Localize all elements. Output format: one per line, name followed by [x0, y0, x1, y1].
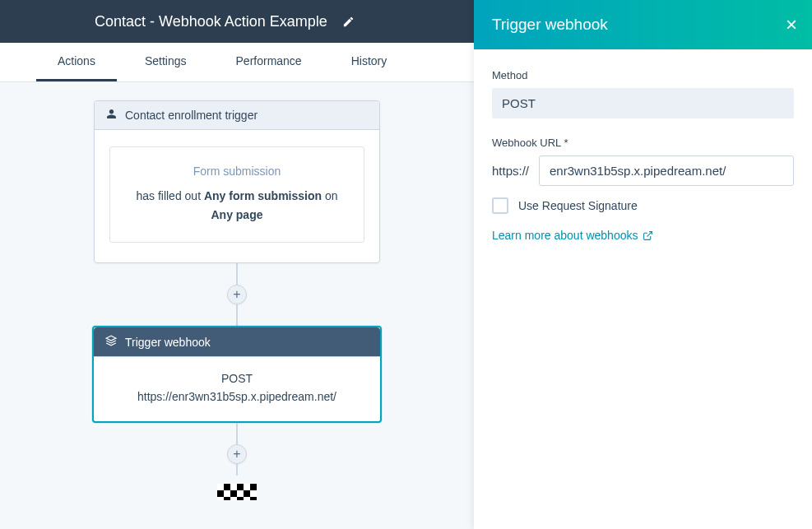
connector-line	[236, 464, 238, 476]
url-prefix: https://	[492, 164, 529, 178]
webhook-card-title: Trigger webhook	[125, 336, 211, 349]
tab-actions[interactable]: Actions	[36, 43, 117, 81]
webhook-url-text: https://enr3wn31b5sp.x.pipedream.net/	[107, 390, 367, 403]
svg-line-0	[647, 231, 652, 236]
learn-more-row: Learn more about webhooks	[492, 229, 794, 242]
learn-more-text: Learn more about webhooks	[492, 229, 638, 242]
tab-performance[interactable]: Performance	[215, 43, 323, 81]
connector-line	[236, 263, 238, 285]
add-action-button[interactable]: +	[227, 285, 247, 304]
method-label: Method	[492, 69, 794, 81]
connector-line	[236, 304, 238, 326]
tab-history-label: History	[351, 54, 387, 67]
webhook-card-header: Trigger webhook	[94, 327, 380, 357]
method-field[interactable]: POST	[492, 88, 794, 118]
tab-actions-label: Actions	[58, 54, 95, 67]
connector-line	[236, 423, 238, 444]
enrollment-criteria-line2: Any page	[125, 206, 349, 224]
edit-title-icon[interactable]	[342, 16, 355, 28]
use-signature-checkbox[interactable]	[492, 197, 508, 214]
tab-settings[interactable]: Settings	[123, 43, 208, 81]
webhook-method-text: POST	[107, 372, 367, 385]
enrollment-inner-box: Form submission has filled out Any form …	[109, 146, 364, 243]
criteria-form: Any form submission	[204, 189, 322, 202]
enrollment-card-title: Contact enrollment trigger	[125, 109, 258, 122]
side-panel-title: Trigger webhook	[492, 16, 608, 34]
contact-icon	[106, 109, 117, 122]
webhook-card-body: POST https://enr3wn31b5sp.x.pipedream.ne…	[94, 357, 380, 421]
external-link-icon	[643, 230, 653, 241]
signature-checkbox-row: Use Request Signature	[492, 197, 794, 214]
webhook-url-input[interactable]	[539, 155, 794, 186]
criteria-mid: on	[322, 189, 337, 202]
workflow-canvas: Contact enrollment trigger Form submissi…	[0, 82, 474, 529]
tab-settings-label: Settings	[145, 54, 187, 67]
workflow-title: Contact - Webhook Action Example	[95, 13, 327, 30]
action-side-panel: Trigger webhook × Method POST Webhook UR…	[474, 0, 812, 529]
end-marker	[217, 484, 257, 500]
webhook-action-card[interactable]: Trigger webhook POST https://enr3wn31b5s…	[92, 326, 382, 423]
url-row: https://	[492, 155, 794, 186]
tab-history[interactable]: History	[330, 43, 409, 81]
webhook-cube-icon	[105, 335, 117, 349]
url-label: Webhook URL *	[492, 137, 794, 149]
criteria-page: Any page	[211, 208, 262, 221]
add-action-button[interactable]: +	[227, 444, 247, 464]
use-signature-label: Use Request Signature	[518, 199, 638, 212]
learn-more-link[interactable]: Learn more about webhooks	[492, 229, 653, 242]
side-panel-header: Trigger webhook ×	[474, 0, 812, 49]
close-icon[interactable]: ×	[782, 12, 800, 38]
enrollment-inner-heading: Form submission	[125, 162, 349, 180]
side-panel-body: Method POST Webhook URL * https:// Use R…	[474, 49, 812, 262]
enrollment-trigger-card[interactable]: Contact enrollment trigger Form submissi…	[94, 100, 380, 263]
tab-performance-label: Performance	[236, 54, 302, 67]
enrollment-card-header: Contact enrollment trigger	[95, 101, 379, 130]
criteria-prefix: has filled out	[136, 189, 204, 202]
enrollment-criteria-line: has filled out Any form submission on	[125, 187, 349, 205]
